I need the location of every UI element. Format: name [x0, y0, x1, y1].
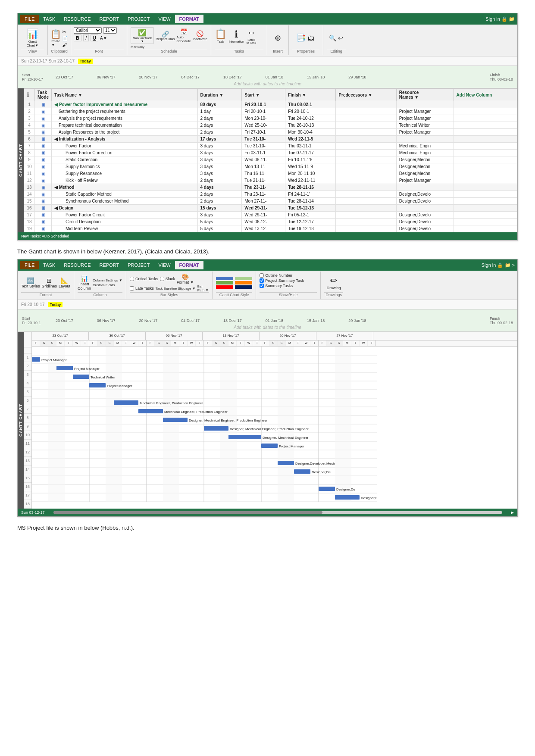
btn-bold[interactable]: B	[74, 34, 81, 41]
row-name[interactable]: Analysis the project requirements	[52, 115, 197, 122]
row-duration: 17 days	[197, 136, 242, 143]
btn-custom-fields[interactable]: Custom Fields	[93, 283, 122, 287]
row-name[interactable]: ◀ Power factor Improvement and measureme	[52, 101, 197, 108]
btn-props2[interactable]: 🗂	[307, 34, 315, 43]
btn-insert[interactable]: ⊕	[271, 27, 285, 49]
row-name[interactable]: Static Correction	[52, 156, 197, 163]
row-name[interactable]: ◀ Method	[52, 184, 197, 191]
tab2-resource[interactable]: RESOURCE	[59, 261, 95, 269]
btn-task[interactable]: 📋 Task	[215, 28, 226, 44]
group-editing: 🔍 ↩ Editing	[323, 25, 349, 55]
row-name[interactable]: Static Capacitor Method	[52, 191, 197, 198]
font-size-select[interactable]: 11	[103, 27, 117, 34]
tab2-project[interactable]: PROJECT	[123, 261, 154, 269]
checkbox-critical[interactable]: Critical Tasks	[130, 277, 158, 281]
row-name[interactable]: ◀ Design	[52, 205, 197, 212]
row-resource: Project Manager	[396, 108, 454, 115]
row-duration: 3 days	[197, 150, 242, 156]
row-name[interactable]: Prepare technical documentation	[52, 122, 197, 129]
btn-layout[interactable]: 📐 Layout	[59, 277, 70, 288]
sign-in2[interactable]: Sign in 🔒 📁 >	[482, 262, 515, 268]
row-add	[454, 219, 517, 225]
col-header-start[interactable]: Start ▼	[242, 89, 285, 101]
col-header-add[interactable]: Add New Column	[454, 89, 517, 101]
tab-file[interactable]: FILE	[20, 15, 39, 23]
btn-font-color[interactable]: A▼	[100, 36, 107, 41]
row-start: Fri 20-10-1	[242, 108, 285, 115]
checkbox-outline-num[interactable]: Outline Number	[260, 273, 317, 278]
row-num-14: 14	[24, 465, 31, 474]
btn-italic[interactable]: I	[83, 34, 89, 41]
checkbox-slack[interactable]: Slack	[160, 277, 175, 281]
table-row: 5 ▣ Assign Resources to the project 2 da…	[24, 129, 517, 136]
btn-gantt-chart[interactable]: 📊 GanttChart▼	[27, 28, 38, 47]
tab2-format[interactable]: FORMAT	[175, 261, 203, 269]
col-header-duration[interactable]: Duration ▼	[197, 89, 242, 101]
row-pred	[336, 163, 396, 170]
tab-report[interactable]: REPORT	[95, 15, 124, 23]
sign-in[interactable]: Sign in 🔒 📁	[485, 16, 515, 22]
tab2-report[interactable]: REPORT	[95, 261, 124, 269]
btn-gridlines[interactable]: ⊞ Gridlines	[42, 277, 57, 288]
btn-paste[interactable]: 📋 Paste▼	[50, 29, 61, 47]
btn-auto-schedule[interactable]: 📅 AutoSchedule	[176, 28, 191, 43]
tab-task[interactable]: TASK	[39, 15, 59, 23]
row-name[interactable]: Supply Resonance	[52, 170, 197, 177]
row-name[interactable]: Power Factor Correction	[52, 150, 197, 156]
scroll-right-icon[interactable]: ▶	[511, 510, 514, 515]
btn-edit2[interactable]: ↩	[338, 34, 343, 41]
btn-inactivate[interactable]: 🚫 Inactivate	[193, 30, 207, 41]
row-resource: Project Manager	[396, 177, 454, 184]
row-name[interactable]: Power Factor	[52, 143, 197, 150]
row-name[interactable]: ◀ Initialization - Analysis	[52, 136, 197, 143]
col-header-finish[interactable]: Finish ▼	[285, 89, 336, 101]
tab2-task[interactable]: TASK	[39, 261, 59, 269]
btn-drawing[interactable]: ✏ Drawing	[327, 275, 341, 290]
row-name[interactable]: Synchronous Condenser Method	[52, 198, 197, 205]
btn-scroll-task[interactable]: ↔ Scrollto Task	[247, 27, 256, 44]
bar-chart-area: 23 Oct '17 30 Oct '17 06 Nov '17 13 Nov …	[32, 332, 517, 509]
col-header-resources[interactable]: ResourceNames ▼	[396, 89, 454, 101]
row-name[interactable]: Circuit Description	[52, 219, 197, 225]
btn-edit1[interactable]: 🔍	[329, 34, 336, 41]
row-name[interactable]: Mid-term Review	[52, 225, 197, 232]
col-header-pred[interactable]: Predecessors ▼	[336, 89, 396, 101]
btn-underline[interactable]: U	[91, 34, 98, 41]
tab-project[interactable]: PROJECT	[123, 15, 154, 23]
checkbox-late[interactable]: Late Tasks	[130, 286, 154, 291]
btn-mark-on-track[interactable]: ✅ Mark on Track ▼	[131, 27, 154, 44]
row-name[interactable]: Kick - off Review	[52, 177, 197, 184]
btn-cut[interactable]: ✂	[62, 29, 68, 35]
row-resource	[396, 184, 454, 191]
btn-bar-path[interactable]: BarPath ▼	[197, 284, 209, 292]
row-name[interactable]: Assign Resources to the project	[52, 129, 197, 136]
btn-bar-format[interactable]: 🎨 Format ▼	[177, 273, 194, 284]
tab2-view[interactable]: VIEW	[154, 261, 175, 269]
col-header-name[interactable]: Task Name ▼	[52, 89, 197, 101]
checkbox-proj-summary[interactable]: Project Summary Task	[260, 278, 317, 283]
gantt-bars-svg: Project Manager Project Manager Technica…	[32, 347, 377, 502]
scrollbar-h[interactable]	[53, 511, 502, 514]
btn-col-settings[interactable]: Column Settings ▼	[93, 278, 122, 282]
group-properties: 📑 🗂 Properties	[289, 25, 323, 55]
tab2-file[interactable]: FILE	[20, 261, 39, 269]
row-pred	[336, 225, 396, 232]
btn-copy[interactable]: 📄	[62, 36, 68, 41]
ribbon-toolbar2: 🔤 Text Styles ⊞ Gridlines 📐 Layout Forma…	[18, 271, 517, 300]
tab-resource[interactable]: RESOURCE	[59, 15, 95, 23]
tab-view[interactable]: VIEW	[154, 15, 175, 23]
btn-information[interactable]: ℹ Information	[229, 29, 244, 43]
btn-respect-links[interactable]: 🔗 Respect Links	[156, 31, 175, 41]
row-name[interactable]: Power Factor Circuit	[52, 212, 197, 219]
row-name[interactable]: Supply harmonics	[52, 163, 197, 170]
tab-format[interactable]: FORMAT	[175, 15, 203, 23]
btn-baseline[interactable]: Task Baseline Slippage ▼	[156, 287, 196, 291]
font-family-select[interactable]: Calibri	[74, 27, 102, 34]
btn-format-painter[interactable]: 🖌	[62, 42, 68, 47]
btn-insert-col[interactable]: 📊 InsertColumn	[78, 275, 91, 291]
btn-props1[interactable]: 📑	[296, 33, 306, 43]
checkbox-summary-tasks[interactable]: Summary Tasks	[260, 284, 317, 288]
status-bar1: New Tasks: Auto Scheduled	[18, 232, 517, 240]
row-name[interactable]: Gathering the project requirements	[52, 108, 197, 115]
btn-text-styles[interactable]: 🔤 Text Styles	[21, 277, 40, 288]
